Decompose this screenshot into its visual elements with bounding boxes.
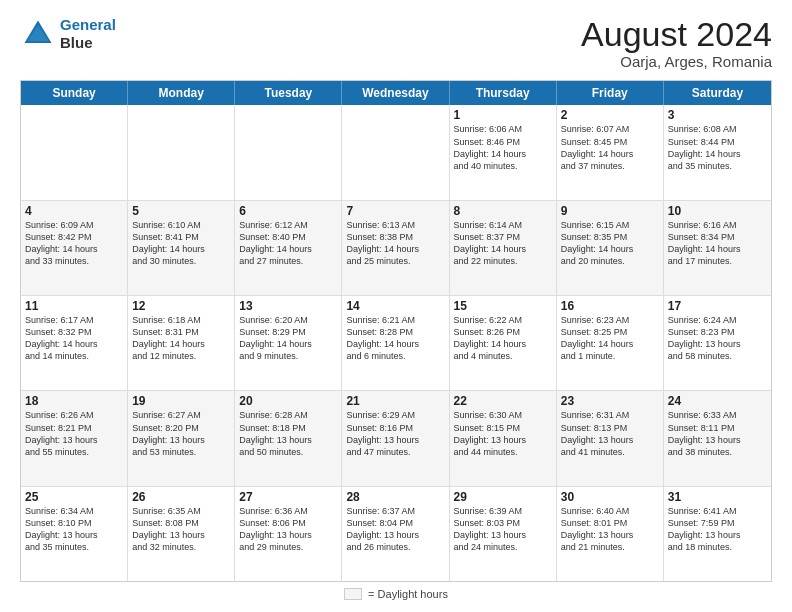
cell-info: Sunrise: 6:34 AM Sunset: 8:10 PM Dayligh… [25, 505, 123, 554]
day-cell-21: 21Sunrise: 6:29 AM Sunset: 8:16 PM Dayli… [342, 391, 449, 485]
day-cell-5: 5Sunrise: 6:10 AM Sunset: 8:41 PM Daylig… [128, 201, 235, 295]
day-number: 10 [668, 204, 767, 218]
day-number: 13 [239, 299, 337, 313]
day-cell-4: 4Sunrise: 6:09 AM Sunset: 8:42 PM Daylig… [21, 201, 128, 295]
page: GeneralBlue August 2024 Oarja, Arges, Ro… [0, 0, 792, 612]
cell-info: Sunrise: 6:16 AM Sunset: 8:34 PM Dayligh… [668, 219, 767, 268]
day-cell-12: 12Sunrise: 6:18 AM Sunset: 8:31 PM Dayli… [128, 296, 235, 390]
day-cell-16: 16Sunrise: 6:23 AM Sunset: 8:25 PM Dayli… [557, 296, 664, 390]
day-number: 14 [346, 299, 444, 313]
day-number: 12 [132, 299, 230, 313]
day-cell-28: 28Sunrise: 6:37 AM Sunset: 8:04 PM Dayli… [342, 487, 449, 581]
day-cell-1: 1Sunrise: 6:06 AM Sunset: 8:46 PM Daylig… [450, 105, 557, 199]
day-number: 27 [239, 490, 337, 504]
day-cell-8: 8Sunrise: 6:14 AM Sunset: 8:37 PM Daylig… [450, 201, 557, 295]
day-number: 7 [346, 204, 444, 218]
cell-info: Sunrise: 6:41 AM Sunset: 7:59 PM Dayligh… [668, 505, 767, 554]
cell-info: Sunrise: 6:31 AM Sunset: 8:13 PM Dayligh… [561, 409, 659, 458]
day-number: 4 [25, 204, 123, 218]
day-cell-7: 7Sunrise: 6:13 AM Sunset: 8:38 PM Daylig… [342, 201, 449, 295]
day-cell-30: 30Sunrise: 6:40 AM Sunset: 8:01 PM Dayli… [557, 487, 664, 581]
day-cell-15: 15Sunrise: 6:22 AM Sunset: 8:26 PM Dayli… [450, 296, 557, 390]
day-cell-10: 10Sunrise: 6:16 AM Sunset: 8:34 PM Dayli… [664, 201, 771, 295]
day-cell-9: 9Sunrise: 6:15 AM Sunset: 8:35 PM Daylig… [557, 201, 664, 295]
day-header-sunday: Sunday [21, 81, 128, 105]
cell-info: Sunrise: 6:39 AM Sunset: 8:03 PM Dayligh… [454, 505, 552, 554]
day-cell-29: 29Sunrise: 6:39 AM Sunset: 8:03 PM Dayli… [450, 487, 557, 581]
legend-label: = Daylight hours [368, 588, 448, 600]
cell-info: Sunrise: 6:27 AM Sunset: 8:20 PM Dayligh… [132, 409, 230, 458]
day-cell-6: 6Sunrise: 6:12 AM Sunset: 8:40 PM Daylig… [235, 201, 342, 295]
cell-info: Sunrise: 6:28 AM Sunset: 8:18 PM Dayligh… [239, 409, 337, 458]
day-header-tuesday: Tuesday [235, 81, 342, 105]
day-cell-18: 18Sunrise: 6:26 AM Sunset: 8:21 PM Dayli… [21, 391, 128, 485]
cell-info: Sunrise: 6:09 AM Sunset: 8:42 PM Dayligh… [25, 219, 123, 268]
day-number: 25 [25, 490, 123, 504]
cell-info: Sunrise: 6:08 AM Sunset: 8:44 PM Dayligh… [668, 123, 767, 172]
day-number: 2 [561, 108, 659, 122]
day-number: 28 [346, 490, 444, 504]
day-number: 29 [454, 490, 552, 504]
cell-info: Sunrise: 6:18 AM Sunset: 8:31 PM Dayligh… [132, 314, 230, 363]
header: GeneralBlue August 2024 Oarja, Arges, Ro… [20, 16, 772, 70]
day-cell-23: 23Sunrise: 6:31 AM Sunset: 8:13 PM Dayli… [557, 391, 664, 485]
calendar-header: SundayMondayTuesdayWednesdayThursdayFrid… [21, 81, 771, 105]
day-number: 19 [132, 394, 230, 408]
day-number: 8 [454, 204, 552, 218]
day-cell-20: 20Sunrise: 6:28 AM Sunset: 8:18 PM Dayli… [235, 391, 342, 485]
day-cell-26: 26Sunrise: 6:35 AM Sunset: 8:08 PM Dayli… [128, 487, 235, 581]
day-number: 3 [668, 108, 767, 122]
day-header-saturday: Saturday [664, 81, 771, 105]
day-number: 20 [239, 394, 337, 408]
day-number: 17 [668, 299, 767, 313]
cell-info: Sunrise: 6:35 AM Sunset: 8:08 PM Dayligh… [132, 505, 230, 554]
cell-info: Sunrise: 6:10 AM Sunset: 8:41 PM Dayligh… [132, 219, 230, 268]
day-header-friday: Friday [557, 81, 664, 105]
cell-info: Sunrise: 6:30 AM Sunset: 8:15 PM Dayligh… [454, 409, 552, 458]
day-number: 21 [346, 394, 444, 408]
cell-info: Sunrise: 6:29 AM Sunset: 8:16 PM Dayligh… [346, 409, 444, 458]
cell-info: Sunrise: 6:17 AM Sunset: 8:32 PM Dayligh… [25, 314, 123, 363]
calendar-row-4: 18Sunrise: 6:26 AM Sunset: 8:21 PM Dayli… [21, 391, 771, 486]
empty-cell [342, 105, 449, 199]
calendar-body: 1Sunrise: 6:06 AM Sunset: 8:46 PM Daylig… [21, 105, 771, 581]
cell-info: Sunrise: 6:22 AM Sunset: 8:26 PM Dayligh… [454, 314, 552, 363]
legend: = Daylight hours [20, 588, 772, 600]
empty-cell [21, 105, 128, 199]
cell-info: Sunrise: 6:07 AM Sunset: 8:45 PM Dayligh… [561, 123, 659, 172]
day-cell-22: 22Sunrise: 6:30 AM Sunset: 8:15 PM Dayli… [450, 391, 557, 485]
legend-box [344, 588, 362, 600]
title-block: August 2024 Oarja, Arges, Romania [581, 16, 772, 70]
cell-info: Sunrise: 6:26 AM Sunset: 8:21 PM Dayligh… [25, 409, 123, 458]
day-number: 16 [561, 299, 659, 313]
cell-info: Sunrise: 6:33 AM Sunset: 8:11 PM Dayligh… [668, 409, 767, 458]
cell-info: Sunrise: 6:12 AM Sunset: 8:40 PM Dayligh… [239, 219, 337, 268]
subtitle: Oarja, Arges, Romania [581, 53, 772, 70]
day-number: 11 [25, 299, 123, 313]
cell-info: Sunrise: 6:20 AM Sunset: 8:29 PM Dayligh… [239, 314, 337, 363]
day-number: 23 [561, 394, 659, 408]
cell-info: Sunrise: 6:14 AM Sunset: 8:37 PM Dayligh… [454, 219, 552, 268]
empty-cell [235, 105, 342, 199]
calendar-row-1: 1Sunrise: 6:06 AM Sunset: 8:46 PM Daylig… [21, 105, 771, 200]
main-title: August 2024 [581, 16, 772, 53]
empty-cell [128, 105, 235, 199]
day-cell-2: 2Sunrise: 6:07 AM Sunset: 8:45 PM Daylig… [557, 105, 664, 199]
cell-info: Sunrise: 6:40 AM Sunset: 8:01 PM Dayligh… [561, 505, 659, 554]
cell-info: Sunrise: 6:36 AM Sunset: 8:06 PM Dayligh… [239, 505, 337, 554]
calendar-row-2: 4Sunrise: 6:09 AM Sunset: 8:42 PM Daylig… [21, 201, 771, 296]
day-number: 22 [454, 394, 552, 408]
calendar-row-3: 11Sunrise: 6:17 AM Sunset: 8:32 PM Dayli… [21, 296, 771, 391]
day-number: 31 [668, 490, 767, 504]
day-number: 15 [454, 299, 552, 313]
day-cell-17: 17Sunrise: 6:24 AM Sunset: 8:23 PM Dayli… [664, 296, 771, 390]
cell-info: Sunrise: 6:23 AM Sunset: 8:25 PM Dayligh… [561, 314, 659, 363]
day-cell-25: 25Sunrise: 6:34 AM Sunset: 8:10 PM Dayli… [21, 487, 128, 581]
day-number: 5 [132, 204, 230, 218]
day-number: 6 [239, 204, 337, 218]
day-number: 24 [668, 394, 767, 408]
cell-info: Sunrise: 6:24 AM Sunset: 8:23 PM Dayligh… [668, 314, 767, 363]
day-header-wednesday: Wednesday [342, 81, 449, 105]
calendar-row-5: 25Sunrise: 6:34 AM Sunset: 8:10 PM Dayli… [21, 487, 771, 581]
day-cell-31: 31Sunrise: 6:41 AM Sunset: 7:59 PM Dayli… [664, 487, 771, 581]
